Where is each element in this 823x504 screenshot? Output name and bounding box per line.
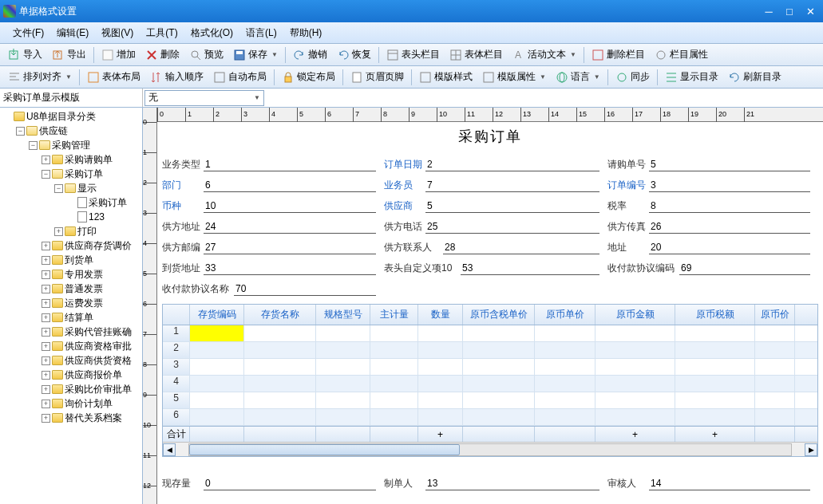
field-label[interactable]: 税率 <box>607 199 649 213</box>
grid-cell[interactable] <box>595 376 675 392</box>
col-header[interactable]: 原币单价 <box>535 305 595 325</box>
field-label[interactable]: 地址 <box>607 241 649 254</box>
grid-cell[interactable] <box>370 325 418 341</box>
pay-proto-name-field[interactable] <box>234 282 376 296</box>
dept-field[interactable] <box>204 178 376 192</box>
save-button[interactable]: 保存▼ <box>228 46 283 63</box>
grid-cell[interactable] <box>463 409 535 425</box>
table-row[interactable]: 4 <box>163 376 817 392</box>
tree-root[interactable]: U8单据目录分类 <box>2 109 140 124</box>
menu-lang[interactable]: 语言(L) <box>239 23 283 43</box>
align-button[interactable]: 排列对齐▼ <box>3 69 77 85</box>
auto-layout-button[interactable]: 自动布局 <box>208 69 271 85</box>
scroll-left-button[interactable]: ◀ <box>163 443 176 456</box>
tree-item[interactable]: +供应商供货资格 <box>40 353 140 368</box>
grid-cell[interactable] <box>418 376 463 392</box>
grid-cell[interactable] <box>370 342 418 358</box>
tree-purchase-mgmt[interactable]: −采购管理 <box>27 138 140 152</box>
scroll-track[interactable] <box>188 443 792 456</box>
field-label[interactable]: 供方传真 <box>607 220 649 234</box>
field-label[interactable]: 供应商 <box>384 199 425 213</box>
grid-cell[interactable] <box>244 376 316 392</box>
tree-display[interactable]: −显示 <box>53 181 140 195</box>
maximize-button[interactable]: □ <box>780 4 799 18</box>
grid-cell[interactable] <box>755 325 795 341</box>
tree-print[interactable]: +打印 <box>53 224 140 238</box>
grid-cell[interactable] <box>463 392 535 408</box>
tax-rate-field[interactable] <box>649 199 810 213</box>
grid-cell[interactable] <box>418 325 463 341</box>
body-col-button[interactable]: 表体栏目 <box>445 46 508 63</box>
page-hf-button[interactable]: 页眉页脚 <box>346 69 409 85</box>
grid-cell[interactable] <box>316 376 370 392</box>
grid-cell[interactable] <box>675 359 755 375</box>
tree-supply-chain[interactable]: −供应链 <box>14 124 140 138</box>
menu-help[interactable]: 帮助(H) <box>283 23 329 43</box>
head-col-button[interactable]: 表头栏目 <box>382 46 445 63</box>
col-header[interactable]: 主计量 <box>370 305 418 325</box>
template-select[interactable]: 无 ▼ <box>144 90 264 106</box>
field-label[interactable]: 制单人 <box>384 477 425 490</box>
clerk-field[interactable] <box>425 178 599 192</box>
v-addr-field[interactable] <box>204 219 376 234</box>
head-custom-field[interactable] <box>461 261 599 275</box>
grid-cell[interactable] <box>190 359 244 375</box>
stock-field[interactable] <box>204 476 376 490</box>
template-prop-button[interactable]: 模版属性▼ <box>477 69 551 85</box>
close-button[interactable]: ✕ <box>801 4 820 18</box>
biz-type-field[interactable] <box>204 157 376 171</box>
tree-item[interactable]: +专用发票 <box>40 267 140 282</box>
field-label[interactable]: 表头自定义项10 <box>384 262 461 275</box>
grid-cell[interactable] <box>675 409 755 425</box>
grid-cell[interactable] <box>535 342 595 358</box>
grid-cell[interactable] <box>190 376 244 392</box>
grid-cell[interactable] <box>535 376 595 392</box>
table-row[interactable]: 3 <box>163 359 817 376</box>
field-label[interactable]: 供方联系人 <box>384 241 443 254</box>
menu-format[interactable]: 格式化(O) <box>184 23 239 43</box>
body-grid[interactable]: 存货编码 存货名称 规格型号 主计量 数量 原币含税单价 原币单价 原币金额 原… <box>162 304 818 457</box>
export-button[interactable]: 导出 <box>47 46 91 63</box>
currency-field[interactable] <box>204 199 376 213</box>
grid-cell[interactable] <box>463 342 535 358</box>
refresh-toc-button[interactable]: 刷新目录 <box>723 69 786 85</box>
field-label[interactable]: 收付款协议编码 <box>607 262 679 275</box>
menu-file[interactable]: 文件(F) <box>6 23 50 43</box>
language-button[interactable]: 语言▼ <box>551 69 605 85</box>
table-row[interactable]: 6 <box>163 409 817 426</box>
tree-item[interactable]: +供应商存货调价 <box>40 238 140 253</box>
auditor-field[interactable] <box>649 476 810 490</box>
v-zip-field[interactable] <box>204 240 376 254</box>
undo-button[interactable]: 撤销 <box>288 46 332 63</box>
grid-cell[interactable] <box>316 409 370 425</box>
redo-button[interactable]: 恢复 <box>332 46 376 63</box>
tree-display-po[interactable]: 采购订单 <box>65 195 140 210</box>
col-header[interactable]: 存货名称 <box>244 305 316 325</box>
grid-cell[interactable] <box>190 392 244 408</box>
grid-cell[interactable] <box>675 392 755 408</box>
grid-cell[interactable] <box>595 342 675 358</box>
input-order-button[interactable]: 输入顺序 <box>145 69 208 85</box>
tree-item[interactable]: +到货单 <box>40 253 140 267</box>
grid-cell[interactable] <box>316 342 370 358</box>
grid-cell[interactable] <box>370 376 418 392</box>
field-label[interactable]: 审核人 <box>607 477 649 490</box>
col-header[interactable]: 原币含税单价 <box>463 305 535 325</box>
show-toc-button[interactable]: 显示目录 <box>660 69 723 85</box>
doc-title[interactable]: 采购订单 <box>157 122 823 154</box>
grid-cell[interactable] <box>316 325 370 341</box>
tree-item[interactable]: +供应商报价单 <box>40 368 140 382</box>
grid-cell[interactable] <box>190 342 244 358</box>
pay-proto-no-field[interactable] <box>679 261 810 275</box>
minimize-button[interactable]: ─ <box>759 4 778 18</box>
col-prop-button[interactable]: 栏目属性 <box>650 46 713 63</box>
field-label[interactable]: 供方地址 <box>162 220 204 234</box>
grid-cell[interactable] <box>535 392 595 408</box>
design-body[interactable]: 0123456789101112131415161718192021 采购订单 … <box>157 108 823 504</box>
tree-item[interactable]: +询价计划单 <box>40 396 140 411</box>
tree-purchase-order[interactable]: −采购订单 <box>40 167 140 181</box>
grid-cell[interactable] <box>755 342 795 358</box>
grid-cell[interactable] <box>755 392 795 408</box>
body-layout-button[interactable]: 表体布局 <box>82 69 145 85</box>
grid-cell[interactable] <box>535 409 595 425</box>
